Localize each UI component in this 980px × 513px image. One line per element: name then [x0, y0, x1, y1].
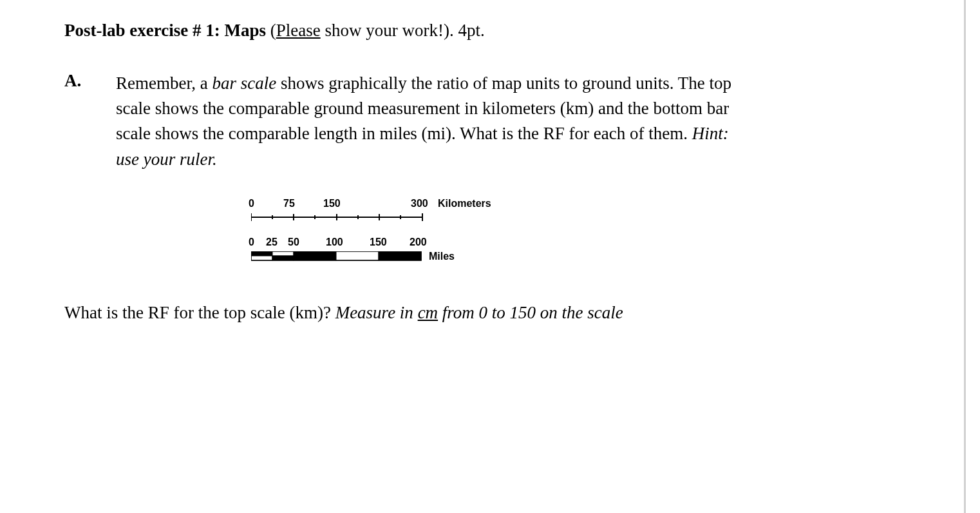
question-text: What is the RF for the top scale (km)? M… — [64, 301, 916, 325]
km-label-150: 150 — [323, 198, 341, 209]
svg-rect-14 — [294, 251, 336, 260]
title-paren: (Please show your work!). — [270, 21, 458, 40]
page-title: Post-lab exercise # 1: Maps (Please show… — [64, 19, 916, 42]
mi-label-25: 25 — [266, 237, 278, 248]
mi-label-100: 100 — [326, 237, 343, 248]
km-label-300: 300 — [411, 198, 428, 209]
title-points: 4pt. — [458, 21, 484, 40]
km-label-0: 0 — [249, 198, 254, 209]
svg-rect-10 — [251, 251, 272, 256]
mi-scale: 0 25 50 100 150 200 — [251, 237, 916, 262]
mi-unit-label: Miles — [429, 251, 455, 262]
mi-label-200: 200 — [410, 237, 427, 248]
svg-rect-15 — [336, 251, 379, 260]
section-label: A. — [64, 71, 93, 172]
mi-label-0: 0 — [249, 237, 254, 248]
section-a: A. Remember, a bar scale shows graphical… — [64, 71, 916, 172]
svg-rect-11 — [251, 256, 272, 260]
mi-bar-svg — [251, 251, 426, 262]
svg-rect-13 — [272, 256, 294, 260]
km-unit-label: Kilometers — [438, 198, 491, 209]
section-body: Remember, a bar scale shows graphically … — [116, 71, 747, 172]
km-axis-svg — [251, 212, 431, 222]
svg-rect-12 — [272, 251, 294, 256]
km-scale: 0 75 150 300 Kilometers — [251, 198, 916, 225]
km-label-75: 75 — [283, 198, 295, 209]
mi-label-150: 150 — [370, 237, 387, 248]
page-border — [964, 0, 966, 513]
bar-scale-figure: 0 75 150 300 Kilometers 0 25 50 100 150 … — [251, 198, 916, 262]
svg-rect-16 — [379, 251, 421, 260]
title-prefix: Post-lab exercise # 1: Maps — [64, 21, 266, 40]
mi-label-50: 50 — [288, 237, 299, 248]
